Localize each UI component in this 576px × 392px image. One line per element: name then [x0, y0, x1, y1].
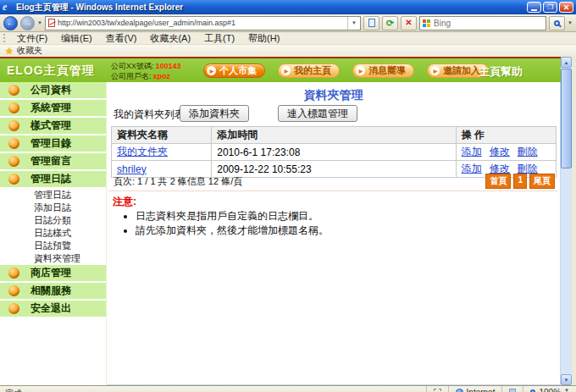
- browser-window: e Elog主页管理 - Windows Internet Explorer ←…: [0, 0, 576, 392]
- menu-tools[interactable]: 工具(T): [197, 32, 241, 44]
- notice-title: 注意:: [113, 195, 136, 209]
- folder-list-toolbar: 我的資料夾列表: 添加資料夾 連入標題管理: [114, 108, 553, 124]
- search-input[interactable]: [434, 19, 543, 28]
- back-button[interactable]: ←: [3, 16, 18, 30]
- sidebar-item-safe-exit[interactable]: 安全退出: [0, 301, 106, 317]
- delete-action-link[interactable]: 刪除: [518, 163, 538, 174]
- sidebar-item-log-mgmt[interactable]: 管理日誌: [0, 171, 106, 187]
- notice-list: 日志資料夾是指用戶自定義的日志欄目。 請先添加資料夾，然後才能增加標題名稱。: [136, 209, 329, 238]
- address-input[interactable]: [58, 19, 345, 27]
- folder-link[interactable]: 我的文件夾: [117, 146, 168, 157]
- sidebar-item-system-mgmt[interactable]: 系統管理: [0, 100, 106, 116]
- menu-help[interactable]: 帮助(H): [241, 32, 286, 44]
- search-box[interactable]: [419, 16, 546, 30]
- page-viewport: ELOG主頁管理 公司XX號碼:100143 公司用戶名:xpoz 个人市集 我…: [0, 57, 576, 385]
- pagination-info: 頁次: 1 / 1 共 2 條信息 12 條/頁: [114, 176, 242, 186]
- nav-history-dropdown-icon[interactable]: ▼: [37, 20, 42, 25]
- col-folder-name: 資料夾名稱: [112, 127, 212, 144]
- sidebar-item-label: 管理目錄: [30, 136, 71, 151]
- sidebar-sub-manage-log[interactable]: 管理日誌: [0, 189, 106, 202]
- forward-button[interactable]: →: [20, 16, 35, 30]
- nav-label: 邀請加入: [443, 64, 480, 77]
- sidebar-sub-log-category[interactable]: 日誌分類: [0, 214, 106, 227]
- edit-action-link[interactable]: 修改: [490, 146, 510, 157]
- pagination: 頁次: 1 / 1 共 2 條信息 12 條/頁 首頁 1 尾頁: [114, 175, 555, 188]
- homepage-help-link[interactable]: 主頁幫助: [479, 64, 523, 80]
- first-page-button[interactable]: 首頁: [485, 174, 511, 189]
- ie-logo-icon: e: [3, 3, 13, 13]
- sidebar-item-directory-mgmt[interactable]: 管理目錄: [0, 135, 106, 152]
- nav-personal-market-button[interactable]: 个人市集: [203, 63, 265, 78]
- search-button[interactable]: [549, 16, 565, 30]
- globe-icon: [456, 389, 463, 392]
- status-zone-pane: Internet: [448, 386, 502, 392]
- col-actions: 操 作: [456, 127, 556, 144]
- sidebar-sub-log-style[interactable]: 日誌樣式: [0, 227, 106, 240]
- sidebar-sub-log-preview[interactable]: 日誌預覽: [0, 240, 106, 252]
- zoom-dropdown-icon: ▼: [564, 388, 569, 392]
- sidebar-sub-folder-mgmt[interactable]: 資料夾管理: [0, 252, 106, 265]
- address-field[interactable]: ▼: [45, 16, 361, 30]
- status-zoom-pane[interactable]: 100% ▼: [523, 386, 576, 392]
- sidebar-item-shop-mgmt[interactable]: 商店管理: [0, 265, 106, 281]
- username-line: 公司用戶名:xpoz: [111, 71, 181, 81]
- nav-label: 我的主頁: [294, 64, 331, 77]
- table-header-row: 資料夾名稱 添加時間 操 作: [112, 127, 557, 144]
- delete-action-link[interactable]: 刪除: [518, 146, 538, 157]
- folder-name-cell: 我的文件夾: [112, 144, 212, 161]
- company-no-value: 100143: [156, 62, 181, 70]
- menu-ball-icon: [8, 120, 19, 131]
- minimize-button[interactable]: [527, 2, 541, 13]
- nav-label: 个人市集: [219, 64, 257, 77]
- add-folder-button[interactable]: 添加資料夾: [180, 105, 249, 122]
- sidebar-item-style-mgmt[interactable]: 樣式管理: [0, 118, 106, 134]
- menu-ball-icon: [8, 138, 19, 149]
- window-title: Elog主页管理 - Windows Internet Explorer: [16, 2, 523, 14]
- restore-button[interactable]: [543, 2, 557, 13]
- scroll-down-button[interactable]: ▼: [561, 374, 572, 385]
- menu-ball-icon: [8, 174, 19, 185]
- notice-item: 日志資料夾是指用戶自定義的日志欄目。: [136, 209, 329, 224]
- menu-edit[interactable]: 编辑(E): [54, 32, 99, 44]
- sidebar-item-label: 商店管理: [30, 266, 71, 280]
- favorites-star-icon[interactable]: ★: [5, 47, 14, 56]
- site-brand: ELOG主頁管理: [7, 63, 95, 79]
- enter-title-manage-button[interactable]: 連入標題管理: [278, 105, 357, 122]
- sidebar-item-label: 相關服務: [30, 284, 71, 298]
- nav-message-wizard-button[interactable]: 消息嚮導: [352, 63, 414, 78]
- page-number-button[interactable]: 1: [513, 174, 527, 189]
- compatibility-view-button[interactable]: [363, 16, 379, 30]
- sidebar-item-label: 樣式管理: [30, 119, 71, 133]
- menu-ball-icon: [8, 85, 19, 96]
- edit-action-link[interactable]: 修改: [490, 163, 510, 174]
- vertical-scrollbar[interactable]: ▲ ▼: [561, 57, 572, 385]
- sidebar-sub-add-log[interactable]: 添加日誌: [0, 202, 106, 214]
- menu-favorites[interactable]: 收藏夹(A): [143, 32, 197, 44]
- title-bar: e Elog主页管理 - Windows Internet Explorer: [0, 0, 576, 14]
- stop-button[interactable]: ✕: [401, 16, 417, 30]
- add-action-link[interactable]: 添加: [462, 146, 482, 157]
- sidebar-item-company-info[interactable]: 公司資料: [0, 82, 106, 98]
- address-dropdown-icon[interactable]: ▼: [347, 17, 360, 30]
- account-info: 公司XX號碼:100143 公司用戶名:xpoz: [111, 61, 181, 81]
- favorites-label[interactable]: 收藏夹: [17, 45, 42, 57]
- status-protected-pane: [501, 386, 523, 392]
- stop-icon: ✕: [405, 19, 412, 27]
- menu-file[interactable]: 文件(F): [10, 32, 54, 44]
- refresh-button[interactable]: ⟳: [382, 16, 398, 30]
- sidebar-item-related-services[interactable]: 相關服務: [0, 283, 106, 299]
- add-action-link[interactable]: 添加: [462, 163, 482, 174]
- sidebar-item-message-mgmt[interactable]: 管理留言: [0, 153, 106, 169]
- folder-link[interactable]: shriley: [117, 163, 147, 175]
- close-button[interactable]: [559, 2, 573, 13]
- nav-my-homepage-button[interactable]: 我的主頁: [278, 63, 340, 78]
- marker-icon: [434, 389, 441, 392]
- menu-view[interactable]: 查看(V): [99, 32, 144, 44]
- scroll-up-button[interactable]: ▲: [561, 57, 572, 68]
- refresh-icon: ⟳: [386, 19, 394, 28]
- search-dropdown-icon[interactable]: ▼: [568, 20, 573, 25]
- folder-table: 資料夾名稱 添加時間 操 作 我的文件夾 2010-6-1 17:23:08 添…: [111, 126, 557, 178]
- sidebar: 公司資料 系統管理 樣式管理 管理目錄 管理留言 管理日誌 管理: [0, 82, 107, 385]
- last-page-button[interactable]: 尾頁: [529, 174, 555, 189]
- scrollbar-thumb[interactable]: [561, 69, 572, 168]
